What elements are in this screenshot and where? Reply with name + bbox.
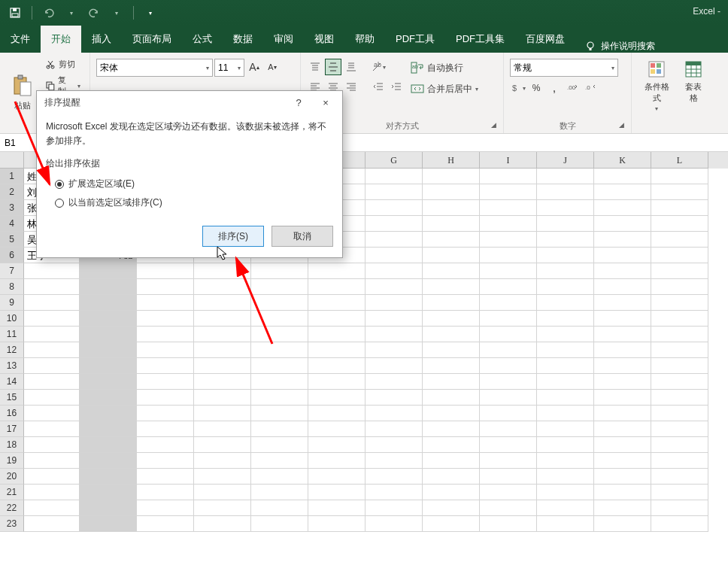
- cell[interactable]: [594, 390, 651, 406]
- cell[interactable]: [651, 342, 708, 358]
- redo-button[interactable]: [85, 4, 103, 22]
- cell[interactable]: [251, 485, 308, 500]
- cell[interactable]: [80, 311, 137, 327]
- cell[interactable]: [537, 327, 594, 342]
- cell[interactable]: [80, 516, 137, 532]
- cell[interactable]: [366, 390, 423, 406]
- cell[interactable]: [480, 200, 537, 216]
- percent-button[interactable]: %: [528, 80, 544, 96]
- cell[interactable]: [423, 248, 480, 263]
- tell-me[interactable]: 操作说明搜索: [575, 40, 664, 53]
- cell[interactable]: [651, 295, 708, 311]
- cell[interactable]: [366, 200, 423, 216]
- cell[interactable]: [537, 279, 594, 295]
- cell[interactable]: [537, 437, 594, 453]
- cell[interactable]: [366, 169, 423, 184]
- cell[interactable]: [366, 327, 423, 342]
- cell[interactable]: [366, 421, 423, 437]
- cell[interactable]: [308, 421, 366, 437]
- cell[interactable]: [24, 358, 80, 374]
- cell[interactable]: [594, 169, 651, 184]
- cell[interactable]: [651, 200, 708, 216]
- cell[interactable]: [651, 263, 708, 279]
- undo-button[interactable]: [40, 4, 58, 22]
- cell[interactable]: [594, 216, 651, 232]
- undo-dropdown[interactable]: ▾: [62, 4, 80, 22]
- cell[interactable]: [80, 374, 137, 390]
- cell[interactable]: [651, 248, 708, 263]
- cell[interactable]: [594, 421, 651, 437]
- row-header[interactable]: 10: [0, 311, 24, 327]
- cell[interactable]: [423, 469, 480, 485]
- cell[interactable]: [24, 500, 80, 516]
- cell[interactable]: [366, 184, 423, 200]
- cell[interactable]: [194, 500, 251, 516]
- indent-increase-button[interactable]: [388, 78, 405, 95]
- column-header-H[interactable]: H: [423, 152, 480, 169]
- cell[interactable]: [594, 184, 651, 200]
- cell[interactable]: [480, 327, 537, 342]
- row-header[interactable]: 9: [0, 295, 24, 311]
- cell[interactable]: [651, 516, 708, 532]
- tab-insert[interactable]: 插入: [81, 26, 122, 53]
- cell[interactable]: [537, 406, 594, 421]
- cell[interactable]: [594, 263, 651, 279]
- accounting-format-button[interactable]: $▾: [510, 80, 526, 96]
- cell[interactable]: [24, 453, 80, 469]
- cell[interactable]: [480, 311, 537, 327]
- cell[interactable]: [308, 263, 366, 279]
- cell[interactable]: [480, 374, 537, 390]
- cell[interactable]: [251, 358, 308, 374]
- row-header[interactable]: 5: [0, 232, 24, 248]
- cell[interactable]: [194, 390, 251, 406]
- cell[interactable]: [423, 390, 480, 406]
- cell[interactable]: [251, 500, 308, 516]
- column-header-J[interactable]: J: [537, 152, 594, 169]
- cell[interactable]: [423, 342, 480, 358]
- cell[interactable]: [537, 469, 594, 485]
- cell[interactable]: [537, 216, 594, 232]
- column-header-I[interactable]: I: [480, 152, 537, 169]
- cell[interactable]: [537, 421, 594, 437]
- redo-dropdown[interactable]: ▾: [108, 4, 126, 22]
- cell[interactable]: [537, 200, 594, 216]
- cell[interactable]: [480, 421, 537, 437]
- tab-data[interactable]: 数据: [223, 26, 263, 53]
- cell[interactable]: [480, 263, 537, 279]
- cell[interactable]: [651, 184, 708, 200]
- cell[interactable]: [366, 279, 423, 295]
- column-header-K[interactable]: K: [594, 152, 651, 169]
- cell[interactable]: [366, 263, 423, 279]
- cell[interactable]: [366, 358, 423, 374]
- font-size-select[interactable]: 11▾: [214, 59, 244, 77]
- cell[interactable]: [423, 263, 480, 279]
- cell[interactable]: [480, 500, 537, 516]
- cell[interactable]: [80, 500, 137, 516]
- qat-customize[interactable]: ▾: [141, 4, 159, 22]
- cell[interactable]: [651, 311, 708, 327]
- row-header[interactable]: 1: [0, 169, 24, 184]
- align-bottom-button[interactable]: [343, 59, 359, 75]
- row-header[interactable]: 23: [0, 516, 24, 532]
- cell[interactable]: [308, 390, 366, 406]
- cell[interactable]: [24, 469, 80, 485]
- cell[interactable]: [594, 374, 651, 390]
- cell[interactable]: [24, 374, 80, 390]
- cell[interactable]: [423, 279, 480, 295]
- cell[interactable]: [480, 390, 537, 406]
- cut-button[interactable]: 剪切: [42, 57, 83, 71]
- alignment-dialog-launcher[interactable]: ◢: [491, 121, 500, 130]
- cell[interactable]: [137, 263, 194, 279]
- cell[interactable]: [251, 374, 308, 390]
- cell[interactable]: [137, 311, 194, 327]
- cell[interactable]: [308, 327, 366, 342]
- cell[interactable]: [423, 200, 480, 216]
- cell[interactable]: [308, 374, 366, 390]
- dialog-cancel-button[interactable]: 取消: [271, 226, 333, 247]
- tab-view[interactable]: 视图: [304, 26, 344, 53]
- cell[interactable]: [308, 295, 366, 311]
- cell[interactable]: [651, 374, 708, 390]
- cell[interactable]: [194, 279, 251, 295]
- cell[interactable]: [80, 295, 137, 311]
- cell[interactable]: [308, 406, 366, 421]
